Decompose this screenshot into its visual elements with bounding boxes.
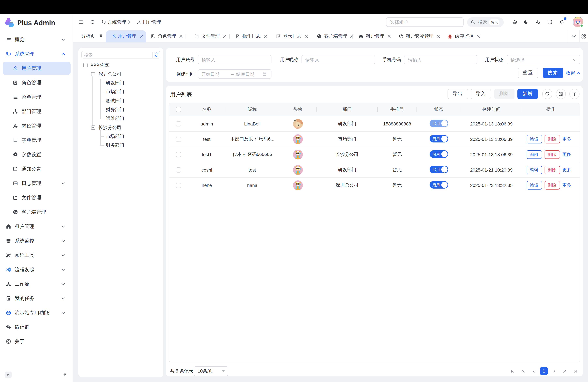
svg-text:redis: redis bbox=[449, 37, 452, 39]
svg-text:DEV: DEV bbox=[14, 183, 17, 184]
